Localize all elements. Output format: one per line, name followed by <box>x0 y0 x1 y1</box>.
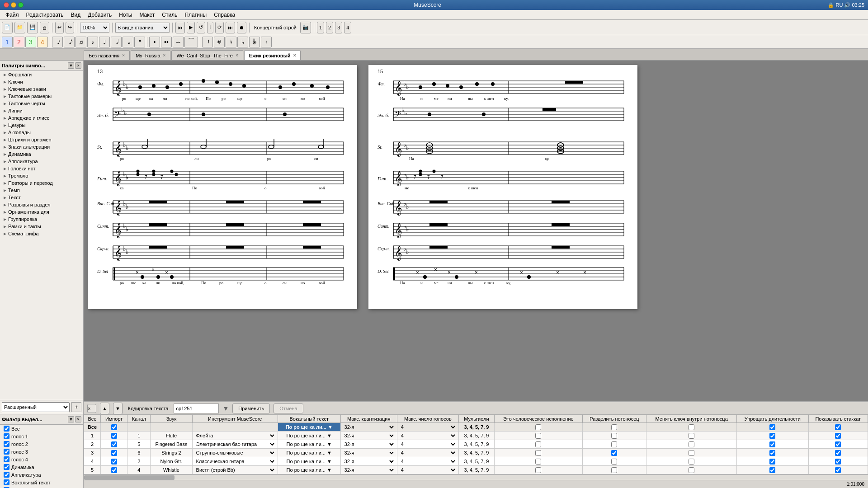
rewind-button[interactable]: ⏮ <box>175 22 185 33</box>
row2-voices-select[interactable]: 4 <box>399 441 457 447</box>
menu-add[interactable]: Добавить <box>84 11 115 19</box>
sidebar-item-tempo[interactable]: Темп <box>0 187 83 194</box>
natural-button[interactable]: ♮ <box>226 37 236 47</box>
sidebar-item-bar-lines[interactable]: Тактовые черты <box>0 100 83 107</box>
row2-staccato-check[interactable] <box>835 441 841 447</box>
row1-voices[interactable]: 4 <box>397 432 458 440</box>
filter-fingering-checkbox[interactable] <box>4 472 9 478</box>
filter-voice2[interactable]: голос 2 <box>0 440 83 448</box>
row1-human[interactable] <box>495 432 583 440</box>
row1-split-check[interactable] <box>611 433 617 439</box>
filter-voice4-checkbox[interactable] <box>4 456 9 462</box>
eighth-note-button[interactable]: ♪ <box>87 37 98 47</box>
row2-human-check[interactable] <box>535 441 541 447</box>
sidebar-collapse-button[interactable]: ▼ <box>68 62 74 69</box>
row5-quant-select[interactable]: 32-я <box>343 467 395 473</box>
row5-simplify[interactable] <box>737 466 808 474</box>
sidebar-item-alt-signs[interactable]: Знаки альтерации <box>0 143 83 150</box>
row1-staccato-check[interactable] <box>835 433 841 439</box>
close-button[interactable] <box>4 2 9 8</box>
row2-staccato[interactable] <box>808 440 868 449</box>
sidebar-item-arp[interactable]: Арпеджио и глисс <box>0 114 83 122</box>
row3-vocal-dropdown[interactable]: ▼ <box>327 450 332 455</box>
scrollbar-thumb[interactable] <box>84 475 175 480</box>
row2-split-check[interactable] <box>611 441 617 447</box>
32nd-note-button[interactable]: 𝅘𝅥𝅮 <box>64 37 75 47</box>
row-all-import-check[interactable] <box>111 424 117 430</box>
menu-layout[interactable]: Макет <box>136 11 158 19</box>
sidebar-item-key-signs[interactable]: Ключевые знаки <box>0 85 83 93</box>
half-note-button[interactable]: 𝅗𝅥 <box>111 37 122 47</box>
dot-button[interactable]: • <box>149 37 160 47</box>
playback-3[interactable]: 3 <box>335 22 342 33</box>
row2-quantization[interactable]: 32-я <box>340 440 397 449</box>
filter-all[interactable]: Все <box>0 425 83 432</box>
undo-button[interactable]: ↩ <box>55 22 64 33</box>
row-all-quantization[interactable]: 32-я <box>340 423 397 432</box>
encoding-input[interactable] <box>174 404 219 413</box>
row1-vocal-dropdown[interactable]: ▼ <box>327 433 332 438</box>
row2-human[interactable] <box>495 440 583 449</box>
horizontal-scrollbar[interactable] <box>84 474 868 480</box>
row4-simplify-check[interactable] <box>769 459 775 465</box>
encoding-dropdown-arrow[interactable]: ▼ <box>222 405 229 412</box>
row3-split[interactable] <box>582 449 646 457</box>
close-bottom-panel[interactable]: × <box>87 404 96 413</box>
row3-simplify[interactable] <box>737 449 808 457</box>
row2-import-check[interactable] <box>111 441 117 447</box>
row1-import-check[interactable] <box>111 433 117 439</box>
row4-split-check[interactable] <box>611 459 617 465</box>
apply-button[interactable]: Применить <box>232 404 270 413</box>
row4-instrument-select[interactable]: Классическая гитара <box>194 458 276 465</box>
row4-voices-select[interactable]: 4 <box>399 458 457 465</box>
row5-quantization[interactable]: 32-я <box>340 466 397 474</box>
row3-key-check[interactable] <box>689 450 694 456</box>
row1-instrument-select[interactable]: Флейта <box>194 432 276 439</box>
row5-import-check[interactable] <box>111 467 117 473</box>
row3-instrument[interactable]: Струнно-смычковые <box>192 449 278 457</box>
row3-simplify-check[interactable] <box>769 450 775 456</box>
row3-quant-select[interactable]: 32-я <box>343 450 395 456</box>
row5-key-check[interactable] <box>689 467 694 473</box>
play-button[interactable]: ▶ <box>187 22 195 33</box>
filter-vocal-text[interactable]: Вокальный текст <box>0 479 83 486</box>
row4-vocal[interactable]: По ро ще ка ли... ▼ <box>278 457 340 466</box>
sidebar-item-frames[interactable]: Рамки и такты <box>0 223 83 230</box>
minimize-button[interactable] <box>11 2 16 8</box>
filter-chord-symbols[interactable]: Символы аккорд <box>0 486 83 488</box>
row2-quant-select[interactable]: 32-я <box>343 441 395 447</box>
row3-split-check[interactable] <box>611 450 617 456</box>
tab-close-3[interactable]: × <box>236 53 238 58</box>
row2-simplify[interactable] <box>737 440 808 449</box>
row3-vocal[interactable]: По ро ще ка ли... ▼ <box>278 449 340 457</box>
sidebar-item-time-sig[interactable]: Тактовые размеры <box>0 93 83 100</box>
row-all-voices[interactable]: 4 <box>397 423 458 432</box>
filter-voice3[interactable]: голос 3 <box>0 448 83 455</box>
tab-we-cant[interactable]: We_Cant_Stop_The_Fire × <box>171 50 243 60</box>
flip-button[interactable]: ↕ <box>261 37 272 47</box>
row1-staccato[interactable] <box>808 432 868 440</box>
sharp-button[interactable]: # <box>214 37 225 47</box>
filter-voice4[interactable]: голос 4 <box>0 455 83 463</box>
rest-button[interactable]: 𝄽 <box>202 37 213 47</box>
whole-note-button[interactable]: 𝅝 <box>123 37 133 47</box>
row4-import[interactable] <box>100 457 127 466</box>
filter-all-checkbox[interactable] <box>4 426 9 432</box>
next-button[interactable]: ⏭ <box>226 22 235 33</box>
filter-dynamics[interactable]: Динамика <box>0 463 83 471</box>
sidebar-item-noteheads[interactable]: Головки нот <box>0 165 83 172</box>
menu-view[interactable]: Вид <box>67 11 84 19</box>
sidebar-item-text[interactable]: Текст <box>0 194 83 201</box>
row-all-vocal-dropdown[interactable]: ▼ <box>328 424 333 430</box>
row2-simplify-check[interactable] <box>769 441 775 447</box>
filter-voice1-checkbox[interactable] <box>4 433 9 439</box>
scroll-up-button[interactable]: ▲ <box>100 403 109 414</box>
cancel-button[interactable]: Отмена <box>274 404 303 413</box>
row1-split[interactable] <box>582 432 646 440</box>
row4-change-key[interactable] <box>646 457 737 466</box>
row5-import[interactable] <box>100 466 127 474</box>
row3-voices[interactable]: 4 <box>397 449 458 457</box>
menu-plugins[interactable]: Плагины <box>181 11 210 19</box>
filter-voice2-checkbox[interactable] <box>4 441 9 447</box>
sidebar-close-button[interactable]: × <box>75 62 81 69</box>
